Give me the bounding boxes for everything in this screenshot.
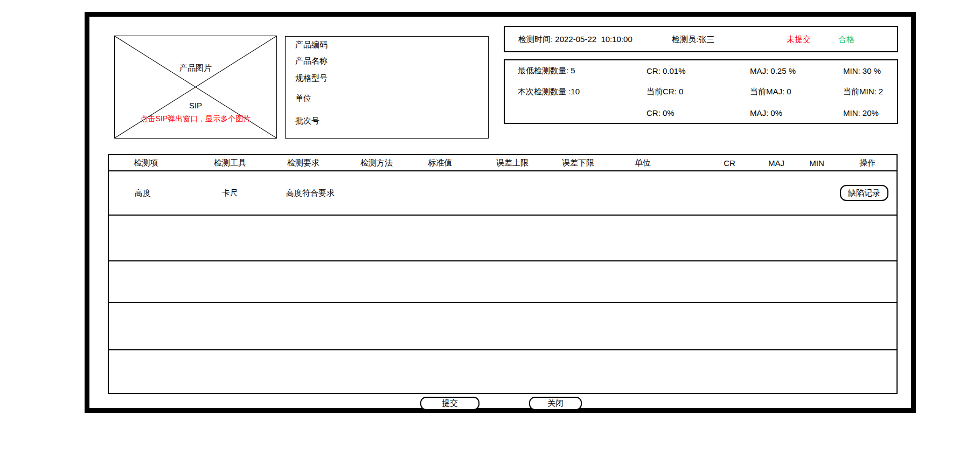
col-header-method: 检测方法 — [360, 158, 393, 168]
min-threshold: MIN: 30 % — [843, 66, 881, 75]
min-sample-qty: 最低检测数量: 5 — [518, 66, 575, 76]
field-batch-number: 批次号 — [295, 116, 319, 126]
table-empty-row — [109, 260, 896, 302]
field-product-code: 产品编码 — [295, 40, 328, 50]
inspection-window: 产品图片 SIP 点击SIP弹出窗口，显示多个图片 产品编码 产品名称 规格型号… — [0, 0, 980, 449]
col-header-item: 检测项 — [134, 158, 158, 168]
field-unit: 单位 — [295, 93, 311, 103]
cell-item: 高度 — [135, 188, 151, 198]
product-image-placeholder[interactable]: 产品图片 SIP 点击SIP弹出窗口，显示多个图片 — [114, 36, 277, 139]
col-header-tool: 检测工具 — [214, 158, 246, 168]
stats-row-thresholds: 最低检测数量: 5 CR: 0.01% MAJ: 0.25 % MIN: 30 … — [505, 60, 897, 81]
col-header-maj: MAJ — [768, 158, 784, 168]
col-header-requirement: 检测要求 — [287, 158, 319, 168]
min-rate: MIN: 20% — [843, 108, 879, 117]
cr-threshold: CR: 0.01% — [647, 66, 686, 75]
table-empty-row — [109, 349, 896, 393]
inspection-table: 检测项 检测工具 检测要求 检测方法 标准值 误差上限 误差下限 单位 CR M… — [108, 154, 898, 394]
sip-note: 点击SIP弹出窗口，显示多个图片 — [115, 114, 276, 124]
col-header-standard: 标准值 — [428, 158, 453, 168]
current-sample-qty: 本次检测数量 :10 — [518, 87, 580, 97]
stats-row-rates: CR: 0% MAJ: 0% MIN: 20% — [505, 102, 897, 123]
inspection-time: 检测时间: 2022-05-22 10:10:00 — [518, 34, 633, 44]
field-spec-model: 规格型号 — [295, 73, 328, 84]
table-row: 高度 卡尺 高度符合要求 缺陷记录 — [109, 171, 896, 215]
maj-threshold: MAJ: 0.25 % — [750, 66, 796, 75]
product-image-label: 产品图片 — [115, 63, 276, 73]
close-button[interactable]: 关闭 — [529, 397, 582, 410]
col-header-action: 操作 — [859, 158, 875, 168]
submit-status-badge: 未提交 — [787, 34, 811, 44]
inspection-header-bar: 检测时间: 2022-05-22 10:10:00 检测员:张三 未提交 合格 — [504, 26, 898, 52]
table-empty-row — [109, 215, 896, 260]
field-product-name: 产品名称 — [295, 56, 328, 66]
col-header-min: MIN — [809, 158, 824, 168]
col-header-unit: 单位 — [635, 158, 651, 168]
col-header-lower-limit: 误差下限 — [562, 158, 594, 168]
submit-button[interactable]: 提交 — [420, 397, 479, 410]
current-min: 当前MIN: 2 — [843, 87, 883, 97]
current-cr: 当前CR: 0 — [647, 87, 683, 97]
current-maj: 当前MAJ: 0 — [750, 87, 791, 97]
result-status-badge: 合格 — [838, 34, 854, 44]
defect-record-button[interactable]: 缺陷记录 — [840, 185, 888, 201]
sip-link[interactable]: SIP — [115, 101, 276, 110]
inspection-stats-panel: 最低检测数量: 5 CR: 0.01% MAJ: 0.25 % MIN: 30 … — [504, 59, 898, 124]
cr-rate: CR: 0% — [647, 108, 675, 117]
cell-tool: 卡尺 — [222, 188, 238, 198]
window-frame: 产品图片 SIP 点击SIP弹出窗口，显示多个图片 产品编码 产品名称 规格型号… — [85, 12, 916, 413]
col-header-upper-limit: 误差上限 — [496, 158, 529, 168]
product-info-panel: 产品编码 产品名称 规格型号 单位 批次号 — [285, 36, 489, 139]
col-header-cr: CR — [724, 158, 735, 168]
inspector-name: 检测员:张三 — [672, 34, 714, 44]
maj-rate: MAJ: 0% — [750, 108, 782, 117]
cell-requirement: 高度符合要求 — [286, 188, 335, 198]
table-header-row: 检测项 检测工具 检测要求 检测方法 标准值 误差上限 误差下限 单位 CR M… — [109, 155, 896, 171]
stats-row-current: 本次检测数量 :10 当前CR: 0 当前MAJ: 0 当前MIN: 2 — [505, 81, 897, 102]
table-empty-row — [109, 302, 896, 349]
